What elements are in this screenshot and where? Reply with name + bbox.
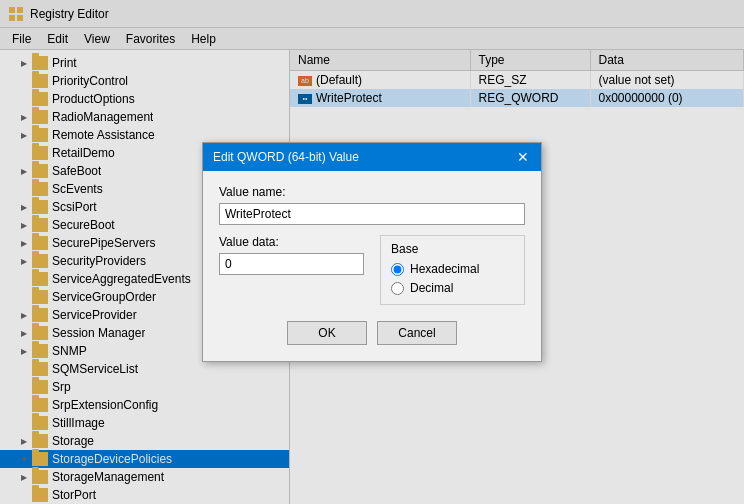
cancel-button[interactable]: Cancel	[377, 321, 457, 345]
dialog-buttons: OK Cancel	[219, 321, 525, 349]
radio-hex-input[interactable]	[391, 263, 404, 276]
value-data-input[interactable]	[219, 253, 364, 275]
dialog-overlay: Edit QWORD (64-bit) Value ✕ Value name: …	[0, 0, 744, 504]
base-label: Base	[391, 242, 514, 256]
value-name-label: Value name:	[219, 185, 525, 199]
dialog-close-button[interactable]: ✕	[515, 149, 531, 165]
value-name-input[interactable]	[219, 203, 525, 225]
base-group: Base Hexadecimal Decimal	[380, 235, 525, 305]
edit-qword-dialog: Edit QWORD (64-bit) Value ✕ Value name: …	[202, 142, 542, 362]
radio-decimal[interactable]: Decimal	[391, 281, 514, 295]
dialog-body: Value name: Value data: Base Hexadecimal	[203, 171, 541, 361]
data-base-row: Value data: Base Hexadecimal Decimal	[219, 235, 525, 305]
value-data-wrap: Value data:	[219, 235, 364, 305]
value-data-label: Value data:	[219, 235, 364, 249]
radio-hexadecimal[interactable]: Hexadecimal	[391, 262, 514, 276]
radio-hex-label: Hexadecimal	[410, 262, 479, 276]
dialog-title: Edit QWORD (64-bit) Value	[213, 150, 359, 164]
base-wrap: Base Hexadecimal Decimal	[380, 235, 525, 305]
radio-dec-input[interactable]	[391, 282, 404, 295]
dialog-title-bar: Edit QWORD (64-bit) Value ✕	[203, 143, 541, 171]
ok-button[interactable]: OK	[287, 321, 367, 345]
radio-dec-label: Decimal	[410, 281, 453, 295]
